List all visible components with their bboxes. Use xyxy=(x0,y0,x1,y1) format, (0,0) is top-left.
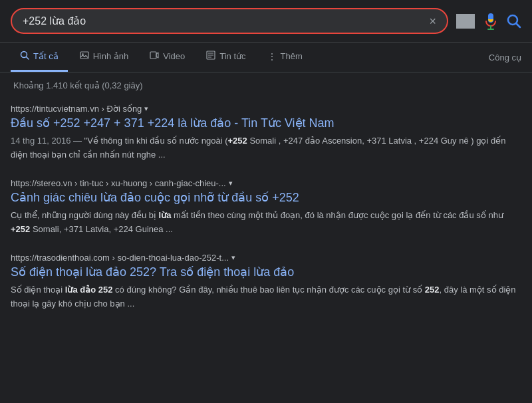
result-snippet: 14 thg 11, 2016 — "Về thông tin khi đầu … xyxy=(11,134,521,162)
svg-rect-10 xyxy=(469,21,472,22)
tab-more-label: Thêm xyxy=(281,51,303,61)
svg-rect-3 xyxy=(464,18,466,19)
tab-images-label: Hình ảnh xyxy=(93,51,129,61)
search-bar: +252 lừa đảo × xyxy=(0,0,532,43)
svg-rect-11 xyxy=(460,23,471,25)
more-tab-icon: ⋮ xyxy=(267,51,277,62)
result-item: https://trasodienthoai.com › so-dien-tho… xyxy=(11,253,521,311)
svg-rect-5 xyxy=(469,18,472,19)
result-url-line: https://trasodienthoai.com › so-dien-tho… xyxy=(11,253,521,263)
svg-rect-9 xyxy=(467,21,469,22)
search-action-icons xyxy=(456,13,521,30)
search-input-wrapper[interactable]: +252 lừa đảo × xyxy=(11,8,448,34)
microphone-icon[interactable] xyxy=(484,13,497,30)
result-url-line: https://tintucvietnam.vn › Đời sống ▾ xyxy=(11,104,521,114)
svg-rect-7 xyxy=(462,21,464,22)
news-tab-icon xyxy=(206,51,215,62)
result-title[interactable]: Số điện thoại lừa đảo 252? Tra số điện t… xyxy=(11,264,521,281)
search-tab-icon xyxy=(20,51,29,62)
result-snippet: Cụ thể, những người dùng này đều bị lừa … xyxy=(11,209,521,237)
results-count: Khoảng 1.410 kết quả (0,32 giây) xyxy=(11,80,521,90)
svg-rect-19 xyxy=(80,52,88,59)
svg-line-18 xyxy=(27,57,29,60)
svg-rect-6 xyxy=(459,21,461,22)
tab-news-label: Tin tức xyxy=(219,51,245,61)
result-url-arrow[interactable]: ▾ xyxy=(229,179,233,188)
tools-button[interactable]: Công cụ xyxy=(489,45,521,70)
search-input[interactable]: +252 lừa đảo xyxy=(23,15,422,27)
tab-all[interactable]: Tất cả xyxy=(11,43,68,72)
svg-point-20 xyxy=(82,53,84,55)
result-url-arrow[interactable]: ▾ xyxy=(144,104,148,113)
svg-rect-21 xyxy=(150,52,156,59)
search-results: Khoảng 1.410 kết quả (0,32 giây) https:/… xyxy=(0,72,532,337)
result-item: https://stereo.vn › tin-tuc › xu-huong ›… xyxy=(11,178,521,237)
tab-all-label: Tất cả xyxy=(33,51,59,61)
images-tab-icon xyxy=(80,51,89,62)
result-url-arrow[interactable]: ▾ xyxy=(231,253,235,262)
result-date: 14 thg 11, 2016 — xyxy=(11,136,84,146)
svg-line-16 xyxy=(517,23,521,27)
svg-rect-4 xyxy=(467,18,469,19)
result-url: https://tintucvietnam.vn › Đời sống xyxy=(11,104,142,114)
svg-rect-1 xyxy=(459,18,461,19)
result-item: https://tintucvietnam.vn › Đời sống ▾ Đầ… xyxy=(11,104,521,162)
svg-rect-8 xyxy=(464,21,466,22)
result-snippet: Số điện thoại lừa đảo 252 có đúng không?… xyxy=(11,283,521,311)
result-url: https://stereo.vn › tin-tuc › xu-huong ›… xyxy=(11,178,226,188)
search-submit-icon[interactable] xyxy=(507,14,521,29)
result-url: https://trasodienthoai.com › so-dien-tho… xyxy=(11,253,229,263)
tab-video-label: Video xyxy=(163,51,185,61)
tab-news[interactable]: Tin tức xyxy=(197,43,255,72)
svg-rect-2 xyxy=(462,18,464,19)
video-tab-icon xyxy=(150,51,159,62)
tab-more[interactable]: ⋮ Thêm xyxy=(258,43,312,72)
result-url-line: https://stereo.vn › tin-tuc › xu-huong ›… xyxy=(11,178,521,188)
keyboard-icon[interactable] xyxy=(456,14,475,29)
clear-button[interactable]: × xyxy=(429,15,436,27)
result-title[interactable]: Đầu số +252 +247 + 371 +224 là lừa đảo -… xyxy=(11,115,521,132)
result-title[interactable]: Cảnh giác chiêu lừa đảo cuộc gọi nhỡ từ … xyxy=(11,190,521,206)
nav-tabs: Tất cả Hình ảnh Video xyxy=(0,43,532,72)
tab-video[interactable]: Video xyxy=(140,43,194,72)
tab-images[interactable]: Hình ảnh xyxy=(70,43,138,72)
